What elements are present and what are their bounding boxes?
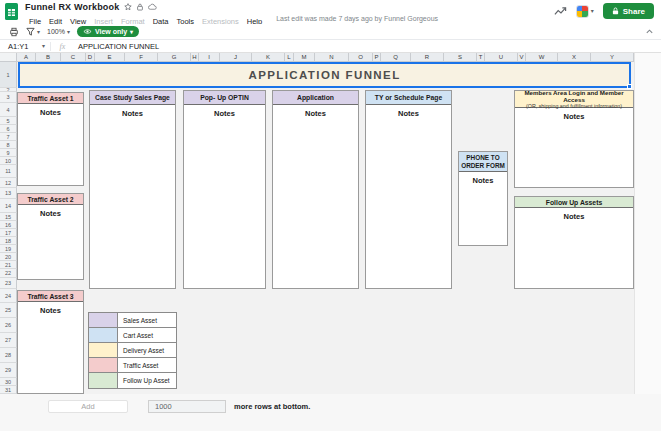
row-header-5[interactable]: 5 [0,117,17,125]
row-header-14[interactable]: 14 [0,199,17,213]
row-header-13[interactable]: 13 [0,188,17,199]
column-header-J[interactable]: J [220,53,252,62]
row-header-3[interactable]: 3 [0,92,17,103]
name-box[interactable]: A1:Y1 ▾ [0,42,50,51]
column-header-I[interactable]: I [199,53,220,62]
column-header-D[interactable]: D [86,53,95,62]
follow-up-assets-box[interactable]: Follow Up Assets Notes [514,196,634,289]
column-header-C[interactable]: C [61,53,86,62]
row-header-19[interactable]: 19 [0,245,17,253]
row-header-1[interactable]: 1 [0,62,17,88]
stats-icon[interactable] [554,5,567,18]
column-header-E[interactable]: E [95,53,125,62]
avatar-image [576,5,589,18]
row-header-15[interactable]: 15 [0,213,17,221]
filter-caret-icon: ▾ [37,29,40,35]
column-header-A[interactable]: A [17,53,36,62]
row-header-21[interactable]: 21 [0,261,17,269]
select-all-corner[interactable] [0,53,17,62]
row-header-31[interactable]: 31 [0,386,17,394]
column-header-V[interactable]: V [518,53,526,62]
add-rows-label: more rows at bottom. [234,402,310,411]
print-icon[interactable] [9,27,19,37]
column-header-N[interactable]: N [315,53,349,62]
row-header-20[interactable]: 20 [0,253,17,261]
column-header-Q[interactable]: Q [381,53,411,62]
row-header-29[interactable]: 29 [0,363,17,378]
column-header-L[interactable]: L [285,53,294,62]
row-header-8[interactable]: 8 [0,141,17,149]
column-header-R[interactable]: R [411,53,444,62]
traffic-asset-1-box[interactable]: Traffic Asset 1 Notes [17,92,84,186]
sheet-canvas[interactable]: APPLICATION FUNNEL Traffic Asset 1 Notes… [17,62,634,394]
legend-row-3[interactable]: Traffic Asset [89,358,176,373]
beyond-grid-area [634,53,661,394]
members-area-note: Notes [515,112,633,121]
formula-input[interactable]: APPLICATION FUNNEL [74,42,159,51]
view-only-label: View only [95,28,127,35]
ty-or-schedule-page-box[interactable]: TY or Schedule Page Notes [365,90,452,289]
add-rows-button[interactable]: Add [48,400,128,413]
row-header-25[interactable]: 25 [0,303,17,318]
legend-row-2[interactable]: Delivery Asset [89,343,176,358]
row-header-7[interactable]: 7 [0,133,17,141]
row-header-28[interactable]: 28 [0,348,17,363]
application-note: Notes [273,109,358,118]
column-header-P[interactable]: P [373,53,381,62]
row-header-18[interactable]: 18 [0,237,17,245]
asset-color-legend[interactable]: Sales AssetCart AssetDelivery AssetTraff… [88,312,177,389]
traffic-asset-2-box[interactable]: Traffic Asset 2 Notes [17,193,84,280]
application-funnel-banner[interactable]: APPLICATION FUNNEL [18,62,631,88]
add-rows-count-input[interactable]: 1000 [148,400,226,413]
account-avatar[interactable]: ▾ [576,5,594,18]
view-only-mode-button[interactable]: View only ▾ [77,26,139,37]
row-header-24[interactable]: 24 [0,289,17,303]
legend-row-0[interactable]: Sales Asset [89,313,176,328]
row-header-17[interactable]: 17 [0,229,17,237]
column-header-O[interactable]: O [349,53,373,62]
members-area-subtitle: (OR, shipping and fulfillment informatio… [526,103,622,109]
row-header-12[interactable]: 12 [0,178,17,188]
application-box[interactable]: Application Notes [272,90,359,289]
column-header-H[interactable]: H [191,53,199,62]
zoom-selector[interactable]: 100% ▾ [47,28,70,35]
sheets-logo-icon[interactable] [5,3,18,20]
row-header-6[interactable]: 6 [0,125,17,133]
row-header-23[interactable]: 23 [0,278,17,289]
legend-row-4[interactable]: Follow Up Asset [89,373,176,388]
column-header-G[interactable]: G [158,53,191,62]
column-header-X[interactable]: X [558,53,591,62]
phone-to-order-form-box[interactable]: PHONE TO ORDER FORM Notes [458,151,508,246]
collapse-toolbar-icon[interactable] [645,27,654,36]
row-header-26[interactable]: 26 [0,318,17,333]
popup-optin-box[interactable]: Pop- Up OPTIN Notes [183,90,266,289]
members-area-box[interactable]: Members Area Login and Member Access (OR… [514,90,634,188]
traffic-asset-1-header: Traffic Asset 1 [18,93,83,104]
column-header-K[interactable]: K [252,53,285,62]
row-header-10[interactable]: 10 [0,157,17,165]
column-header-F[interactable]: F [125,53,158,62]
traffic-asset-2-note: Notes [18,209,83,218]
share-button[interactable]: Share [603,3,654,19]
row-header-22[interactable]: 22 [0,269,17,278]
last-edit-status[interactable]: Last edit was made 7 days ago by Funnel … [276,15,438,22]
filter-views-button[interactable]: ▾ [26,27,40,36]
column-header-T[interactable]: T [477,53,485,62]
traffic-asset-3-box[interactable]: Traffic Asset 3 Notes [17,290,84,394]
legend-row-1[interactable]: Cart Asset [89,328,176,343]
column-header-W[interactable]: W [526,53,558,62]
row-header-11[interactable]: 11 [0,165,17,178]
legend-swatch-0 [89,313,118,327]
row-header-30[interactable]: 30 [0,378,17,386]
column-header-B[interactable]: B [36,53,61,62]
column-header-S[interactable]: S [444,53,477,62]
row-header-9[interactable]: 9 [0,149,17,157]
row-header-4[interactable]: 4 [0,103,17,117]
column-header-Y[interactable]: Y [591,53,634,62]
traffic-asset-3-note: Notes [18,306,83,315]
row-header-27[interactable]: 27 [0,333,17,348]
column-header-M[interactable]: M [294,53,315,62]
case-study-sales-page-box[interactable]: Case Study Sales Page Notes [89,90,176,289]
column-header-U[interactable]: U [485,53,518,62]
row-header-16[interactable]: 16 [0,221,17,229]
